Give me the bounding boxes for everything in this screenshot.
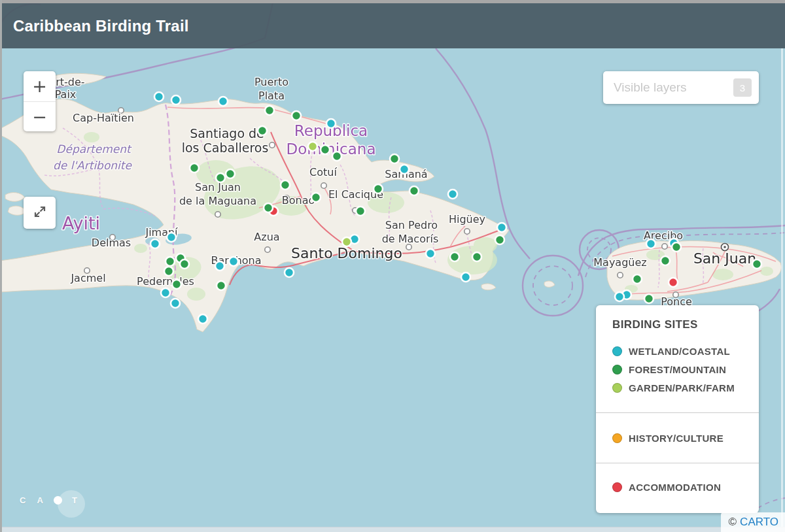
site-marker-w[interactable] (615, 292, 624, 301)
site-marker-f[interactable] (180, 259, 189, 269)
legend-item-label: GARDEN/PARK/FARM (629, 382, 735, 393)
legend-group-sites: BIRDING SITES WETLAND/COASTAL FOREST/MOU… (596, 305, 759, 412)
site-marker-f[interactable] (292, 111, 301, 120)
app-header: Caribbean Birding Trail (0, 3, 785, 48)
site-marker-f[interactable] (672, 242, 681, 252)
site-marker-f[interactable] (164, 267, 173, 276)
map-label: Mayagüez (593, 256, 646, 269)
legend-item: GARDEN/PARK/FARM (612, 378, 759, 397)
expand-arrows-icon (33, 205, 46, 221)
site-marker-g[interactable] (308, 142, 317, 151)
site-marker-f[interactable] (356, 207, 365, 216)
site-marker-w[interactable] (448, 190, 457, 199)
zoom-control: + − (24, 71, 56, 131)
map-label: Delmas (92, 237, 131, 249)
zoom-in-button[interactable]: + (24, 71, 56, 101)
site-marker-f[interactable] (472, 252, 481, 261)
legend-item: FOREST/MOUNTAIN (612, 360, 759, 378)
site-marker-f[interactable] (633, 274, 642, 284)
legend-item: HISTORY/CULTURE (612, 429, 759, 447)
site-marker-f[interactable] (374, 184, 383, 193)
site-marker-f[interactable] (265, 106, 274, 115)
map-label: de l'Artibonite (53, 159, 132, 172)
site-marker-w[interactable] (285, 268, 294, 277)
map-label: de Macorís (382, 233, 439, 245)
town-marker (215, 212, 220, 217)
site-marker-f[interactable] (311, 193, 321, 202)
visible-layers-label: Visible layers (614, 80, 733, 95)
legend-item: ACCOMMODATION (612, 478, 759, 496)
fit-bounds-button[interactable] (24, 197, 56, 229)
site-marker-w[interactable] (218, 97, 228, 106)
site-marker-w[interactable] (161, 288, 170, 297)
site-marker-w[interactable] (229, 257, 238, 266)
legend-item-label: WETLAND/COASTAL (629, 346, 730, 357)
map-label: los Caballeros (182, 141, 269, 155)
map-label: de la Maguana (179, 195, 256, 207)
map-label: Ayiti (62, 213, 100, 233)
site-marker-w[interactable] (461, 273, 470, 282)
site-marker-w[interactable] (154, 92, 164, 101)
map-label: San Juan (693, 250, 756, 267)
site-marker-w[interactable] (150, 239, 160, 248)
site-marker-a[interactable] (669, 278, 678, 287)
copyright-symbol: © (729, 516, 737, 529)
map-attribution: © CARTO (721, 512, 785, 532)
map-label: Dominicana (287, 141, 376, 158)
town-marker (321, 183, 326, 188)
site-marker-w[interactable] (646, 239, 655, 248)
site-marker-f[interactable] (752, 259, 761, 269)
site-marker-f[interactable] (226, 169, 235, 178)
map-label: Plata (258, 90, 285, 102)
town-marker (618, 273, 623, 278)
carto-watermark-logo[interactable]: C A R T (20, 495, 82, 505)
site-marker-w[interactable] (198, 314, 207, 324)
site-marker-f[interactable] (321, 145, 330, 154)
garden-park-farm-swatch (612, 383, 622, 393)
map-label: Santo Domingo (291, 245, 402, 261)
site-marker-w[interactable] (171, 95, 181, 105)
window-bottom-border (0, 527, 785, 532)
town-marker (406, 244, 411, 250)
accommodation-swatch (612, 482, 622, 492)
site-marker-f[interactable] (495, 235, 504, 244)
map-label: Département (56, 142, 132, 156)
site-marker-f[interactable] (390, 154, 399, 163)
site-marker-w[interactable] (167, 233, 176, 242)
carto-logo-halo (58, 490, 85, 518)
site-marker-w[interactable] (326, 119, 336, 128)
map-label: Jacmel (70, 272, 105, 284)
map-label: San Juan (195, 181, 241, 193)
map-label: Pedernales (137, 275, 194, 288)
carto-attribution-link[interactable]: CARTO (740, 516, 778, 529)
site-marker-w[interactable] (171, 299, 180, 308)
site-marker-g[interactable] (342, 237, 351, 246)
map-label: Higüey (449, 213, 485, 225)
site-marker-w[interactable] (400, 165, 409, 174)
site-marker-f[interactable] (258, 126, 267, 135)
map-label: Bonao (282, 194, 315, 207)
site-marker-f[interactable] (216, 173, 225, 182)
page-title: Caribbean Birding Trail (13, 17, 189, 35)
site-marker-f[interactable] (264, 203, 273, 212)
town-marker (662, 244, 667, 249)
site-marker-f[interactable] (332, 152, 341, 161)
site-marker-w[interactable] (426, 249, 435, 258)
window-left-border (0, 0, 2, 532)
visible-layers-selector[interactable]: Visible layers 3 (603, 71, 759, 104)
site-marker-f[interactable] (217, 281, 226, 290)
site-marker-f[interactable] (172, 280, 181, 289)
site-marker-f[interactable] (644, 294, 654, 303)
map-label: Cotuí (309, 166, 337, 178)
site-marker-w[interactable] (215, 261, 224, 271)
site-marker-f[interactable] (450, 252, 459, 261)
site-marker-f[interactable] (190, 163, 199, 173)
zoom-out-button[interactable]: − (24, 102, 56, 132)
site-marker-f[interactable] (281, 180, 290, 190)
window-top-border (0, 0, 785, 3)
legend-item-label: ACCOMMODATION (629, 482, 721, 493)
site-marker-f[interactable] (166, 257, 175, 266)
site-marker-f[interactable] (410, 186, 419, 195)
site-marker-w[interactable] (497, 223, 506, 232)
site-marker-f[interactable] (661, 256, 670, 265)
